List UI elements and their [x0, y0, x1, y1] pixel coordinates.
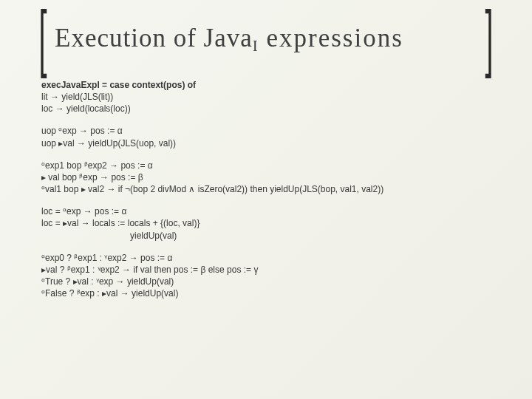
rule-lit: lit → yield(JLS(lit)): [41, 91, 497, 103]
block-uop: uop ᵅexp → pos := α uop ▸val → yieldUp(J…: [41, 125, 497, 149]
rule-uop2: uop ▸val → yieldUp(JLS(uop, val)): [41, 137, 497, 149]
block-ternary: ᵅexp0 ? ᵝexp1 : ᵞexp2 → pos := α ▸val ? …: [41, 252, 497, 300]
slide-body: execJavaExpI = case context(pos) of lit …: [35, 79, 497, 300]
title-post: expressions: [259, 24, 403, 52]
title-sub: I: [253, 37, 259, 55]
slide: [ Execution of JavaI expressions ] execJ…: [0, 0, 532, 325]
rule-tern4: ᵅFalse ? ᵝexp : ▸val → yieldUp(val): [41, 287, 497, 299]
rule-bop2: ▸ val bop ᵝexp → pos := β: [41, 171, 497, 183]
block-assign: loc = ᵅexp → pos := α loc = ▸val → local…: [41, 205, 497, 242]
rule-asg3: yieldUp(val): [130, 230, 497, 242]
rule-bop1: ᵅexp1 bop ᵝexp2 → pos := α: [41, 160, 497, 171]
bracket-right-icon: ]: [485, 4, 493, 71]
rule-asg2: loc = ▸val → locals := locals + {(loc, v…: [41, 217, 497, 229]
rule-tern1: ᵅexp0 ? ᵝexp1 : ᵞexp2 → pos := α: [41, 252, 497, 264]
rule-loc: loc → yield(locals(loc)): [41, 103, 497, 115]
rule-tern3: ᵅTrue ? ▸val : ᵞexp → yieldUp(val): [41, 276, 497, 287]
bracket-left-icon: [: [39, 4, 47, 71]
block-bop: ᵅexp1 bop ᵝexp2 → pos := α ▸ val bop ᵝex…: [41, 160, 497, 196]
rule-bop3: ᵅval1 bop ▸ val2 → if ¬(bop 2 divMod ∧ i…: [41, 183, 497, 195]
def-header: execJavaExpI = case context(pos) of: [41, 79, 497, 91]
rule-tern2: ▸val ? ᵝexp1 : ᵞexp2 → if val then pos :…: [41, 264, 497, 276]
rule-asg1: loc = ᵅexp → pos := α: [41, 205, 497, 217]
block-def: execJavaExpI = case context(pos) of lit …: [41, 79, 497, 115]
title-pre: Execution of Java: [55, 24, 253, 52]
rule-uop1: uop ᵅexp → pos := α: [41, 125, 497, 137]
slide-title: Execution of JavaI expressions: [49, 24, 483, 53]
title-row: [ Execution of JavaI expressions ]: [35, 15, 497, 63]
